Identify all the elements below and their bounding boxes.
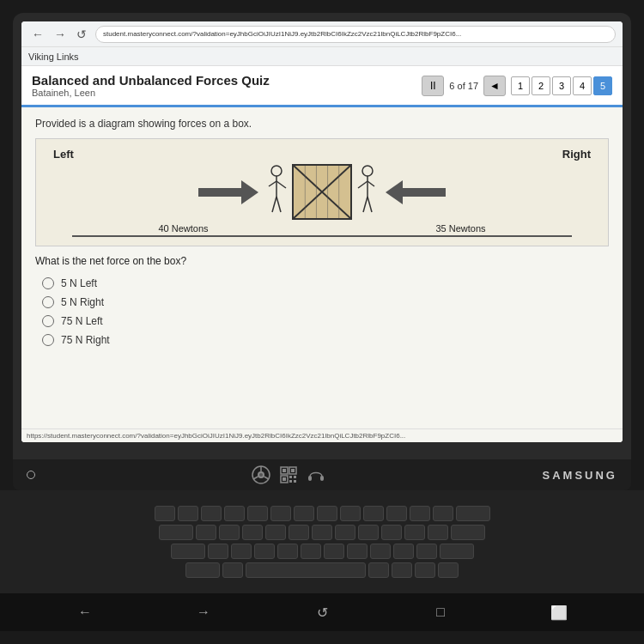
nav-window-btn[interactable]: □	[425, 597, 456, 628]
answer-label-1: 5 N Right	[61, 296, 104, 308]
key[interactable]	[433, 506, 453, 521]
key-shift-l[interactable]	[171, 544, 205, 559]
key[interactable]	[410, 506, 430, 521]
quiz-student: Bataineh, Leen	[32, 88, 270, 98]
keyboard-row-1	[155, 506, 490, 521]
svg-line-5	[276, 197, 281, 212]
key[interactable]	[294, 506, 314, 521]
pause-button[interactable]: II	[422, 76, 444, 96]
svg-point-12	[362, 166, 373, 176]
key-shift-r[interactable]	[440, 544, 474, 559]
status-url: https://student.masteryconnect.com/?vali…	[27, 432, 405, 440]
page-btn-3[interactable]: 3	[552, 76, 571, 95]
key-right[interactable]	[438, 562, 459, 578]
nav-forward-btn[interactable]: →	[188, 597, 219, 628]
key-alt-r[interactable]	[368, 562, 389, 578]
key[interactable]	[317, 506, 337, 521]
answer-option-2[interactable]: 75 N Left	[42, 315, 609, 327]
key[interactable]	[393, 544, 414, 559]
key[interactable]	[312, 525, 332, 540]
key[interactable]	[231, 544, 252, 559]
answer-option-1[interactable]: 5 N Right	[42, 296, 609, 308]
prev-button[interactable]: ◄	[483, 76, 506, 96]
key[interactable]	[404, 525, 425, 540]
key[interactable]	[224, 506, 245, 521]
bookmark-link[interactable]: Viking Links	[28, 52, 79, 62]
key[interactable]	[301, 544, 321, 559]
nav-back-btn[interactable]: ←	[70, 597, 100, 628]
key[interactable]	[254, 544, 275, 559]
radio-0[interactable]	[42, 277, 54, 289]
key[interactable]	[196, 525, 216, 540]
svg-line-4	[272, 197, 276, 212]
key[interactable]	[270, 506, 291, 521]
key[interactable]	[370, 544, 391, 559]
forward-btn[interactable]: →	[51, 26, 70, 43]
forces-diagram	[45, 164, 599, 220]
quiz-title: Balanced and Unbalanced Forces Quiz	[32, 73, 270, 88]
chrome-icon[interactable]	[252, 465, 270, 484]
audio-icon[interactable]	[307, 465, 325, 484]
answer-option-3[interactable]: 75 N Right	[42, 334, 609, 346]
answer-options: 5 N Left 5 N Right 75 N Left 75 N Right	[35, 277, 609, 346]
svg-line-15	[368, 181, 374, 186]
reload-btn[interactable]: ↺	[73, 26, 90, 43]
svg-line-14	[358, 181, 368, 188]
key[interactable]	[386, 506, 407, 521]
key[interactable]	[335, 525, 355, 540]
key[interactable]	[289, 525, 309, 540]
key[interactable]	[363, 506, 384, 521]
key[interactable]	[178, 506, 198, 521]
key[interactable]	[265, 525, 286, 540]
radio-1[interactable]	[42, 296, 54, 308]
page-btn-1[interactable]: 1	[511, 76, 530, 95]
radio-3[interactable]	[42, 334, 54, 346]
key-left[interactable]	[392, 562, 412, 578]
key[interactable]	[324, 544, 344, 559]
right-force-arrow	[386, 180, 446, 204]
key[interactable]	[340, 506, 361, 521]
key[interactable]	[155, 506, 175, 521]
key-backspace[interactable]	[456, 506, 490, 521]
back-btn[interactable]: ←	[28, 26, 47, 43]
page-btn-2[interactable]: 2	[532, 76, 550, 95]
keyboard-row-3	[171, 544, 474, 559]
taskbar-indicator	[27, 471, 35, 479]
net-force-question: What is the net force on the box?	[35, 255, 609, 267]
key-space[interactable]	[246, 562, 366, 578]
key-ctrl[interactable]	[185, 562, 220, 578]
key[interactable]	[358, 525, 379, 540]
browser-navigation[interactable]: ← → ↺	[28, 26, 90, 43]
key-alt[interactable]	[222, 562, 243, 578]
status-bar: https://student.masteryconnect.com/?vali…	[21, 428, 623, 442]
key[interactable]	[242, 525, 263, 540]
key[interactable]	[219, 525, 240, 540]
key-down[interactable]	[415, 562, 435, 578]
page-btn-5[interactable]: 5	[593, 76, 612, 95]
key[interactable]	[277, 544, 298, 559]
key[interactable]	[201, 506, 222, 521]
radio-2[interactable]	[42, 315, 54, 327]
key[interactable]	[428, 525, 448, 540]
arrow-head-left	[386, 180, 403, 204]
key-enter[interactable]	[451, 525, 485, 540]
forces-diagram-container: Left Right	[35, 138, 609, 246]
nav-multitask-btn[interactable]: ⬜	[544, 597, 574, 628]
keyboard-area	[0, 490, 644, 593]
answer-option-0[interactable]: 5 N Left	[42, 277, 609, 289]
question-prompt: Provided is a diagram showing forces on …	[35, 118, 609, 130]
browser-chrome: ← → ↺ student.masteryconnect.com/?valida…	[21, 21, 623, 47]
qr-icon[interactable]	[279, 465, 298, 484]
svg-rect-31	[294, 476, 296, 478]
key[interactable]	[208, 544, 228, 559]
key-tab[interactable]	[159, 525, 193, 540]
svg-rect-34	[308, 476, 312, 481]
svg-rect-29	[283, 477, 286, 481]
key[interactable]	[347, 544, 368, 559]
url-bar[interactable]: student.masteryconnect.com/?validation=e…	[95, 26, 616, 43]
key[interactable]	[381, 525, 402, 540]
page-btn-4[interactable]: 4	[573, 76, 592, 95]
nav-refresh-btn[interactable]: ↺	[307, 597, 337, 628]
key[interactable]	[247, 506, 268, 521]
key[interactable]	[416, 544, 437, 559]
